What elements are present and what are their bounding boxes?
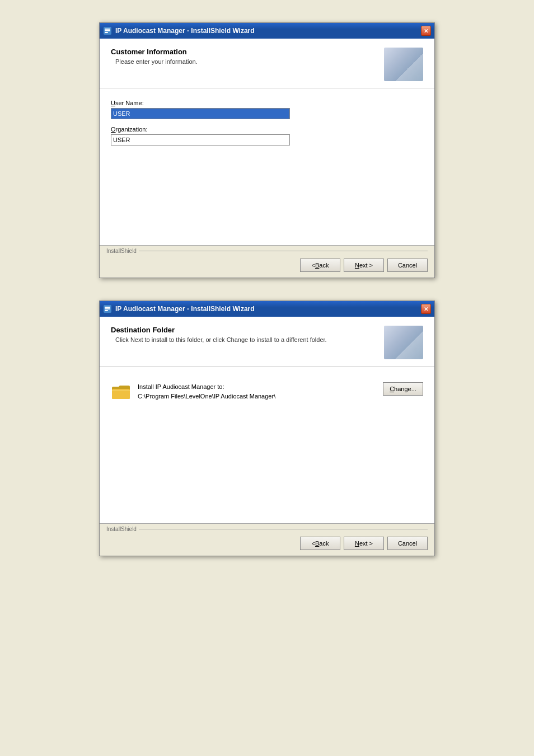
dest-folder-row: Install IP Audiocast Manager to: C:\Prog… [111, 378, 423, 407]
cancel-button-2[interactable]: Cancel [387, 537, 428, 550]
username-label: User Name: [111, 100, 423, 106]
svg-rect-1 [105, 29, 110, 30]
username-input[interactable] [111, 108, 290, 119]
title-text-1: IP Audiocast Manager - InstallShield Wiz… [115, 27, 255, 35]
svg-rect-3 [105, 32, 108, 33]
installshield-label-1: InstallShield [106, 248, 137, 254]
installshield-bar-1: InstallShield [100, 246, 434, 254]
wizard-footer-1: InstallShield < Back Next > Cancel [100, 245, 434, 278]
back-button-2[interactable]: < Back [300, 537, 340, 550]
folder-svg [111, 382, 131, 402]
close-button-1[interactable]: ✕ [421, 26, 431, 36]
title-bar-left-1: IP Audiocast Manager - InstallShield Wiz… [103, 26, 255, 35]
svg-rect-5 [105, 307, 110, 308]
wizard-buttons-1: < Back Next > Cancel [100, 254, 434, 278]
dest-folder-info: Install IP Audiocast Manager to: C:\Prog… [138, 382, 376, 401]
cancel-button-1[interactable]: Cancel [387, 259, 428, 272]
header-subtext-2: Click Next to install to this folder, or… [111, 336, 327, 343]
customer-info-dialog: IP Audiocast Manager - InstallShield Wiz… [99, 22, 435, 278]
install-line2: C:\Program Files\LevelOne\IP Audiocast M… [138, 392, 376, 401]
install-line1: Install IP Audiocast Manager to: [138, 382, 376, 392]
wizard-buttons-2: < Back Next > Cancel [100, 532, 434, 556]
next-button-1[interactable]: Next > [344, 259, 384, 272]
wizard-header-1: Customer Information Please enter your i… [100, 39, 434, 88]
installshield-label-2: InstallShield [106, 526, 137, 532]
header-image-2 [384, 326, 423, 359]
header-heading-1: Customer Information [111, 48, 198, 56]
username-group: User Name: [111, 100, 423, 119]
org-group: Organization: [111, 126, 423, 145]
header-image-1 [384, 48, 423, 81]
app-icon [103, 26, 112, 35]
wizard-body-1: Customer Information Please enter your i… [100, 39, 434, 278]
destination-folder-dialog: IP Audiocast Manager - InstallShield Wiz… [99, 300, 435, 556]
next-button-2[interactable]: Next > [344, 537, 384, 550]
close-button-2[interactable]: ✕ [421, 304, 431, 314]
wizard-header-2: Destination Folder Click Next to install… [100, 317, 434, 367]
title-bar-1: IP Audiocast Manager - InstallShield Wiz… [100, 23, 434, 39]
svg-rect-2 [105, 30, 110, 31]
header-heading-2: Destination Folder [111, 326, 327, 334]
username-label-text: ser Name: [115, 100, 144, 106]
title-text-2: IP Audiocast Manager - InstallShield Wiz… [115, 305, 255, 313]
wizard-body-2: Destination Folder Click Next to install… [100, 317, 434, 556]
installshield-bar-2: InstallShield [100, 524, 434, 532]
wizard-footer-2: InstallShield < Back Next > Cancel [100, 523, 434, 556]
header-graphic-1 [384, 48, 423, 81]
org-input[interactable] [111, 134, 290, 145]
svg-rect-7 [105, 310, 108, 311]
wizard-content-1: User Name: Organization: [100, 88, 434, 245]
title-bar-left-2: IP Audiocast Manager - InstallShield Wiz… [103, 304, 255, 313]
folder-icon [111, 382, 131, 402]
svg-rect-6 [105, 308, 110, 309]
app-icon-2 [103, 304, 112, 313]
back-button-1[interactable]: < Back [300, 259, 340, 272]
org-label-text: rganization: [116, 126, 148, 133]
org-label: Organization: [111, 126, 423, 133]
header-graphic-2 [384, 326, 423, 359]
header-text-1: Customer Information Please enter your i… [111, 48, 198, 65]
wizard-content-2: Install IP Audiocast Manager to: C:\Prog… [100, 367, 434, 523]
change-button[interactable]: Change... [383, 382, 423, 396]
header-subtext-1: Please enter your information. [111, 58, 198, 65]
header-text-2: Destination Folder Click Next to install… [111, 326, 327, 343]
title-bar-2: IP Audiocast Manager - InstallShield Wiz… [100, 301, 434, 317]
